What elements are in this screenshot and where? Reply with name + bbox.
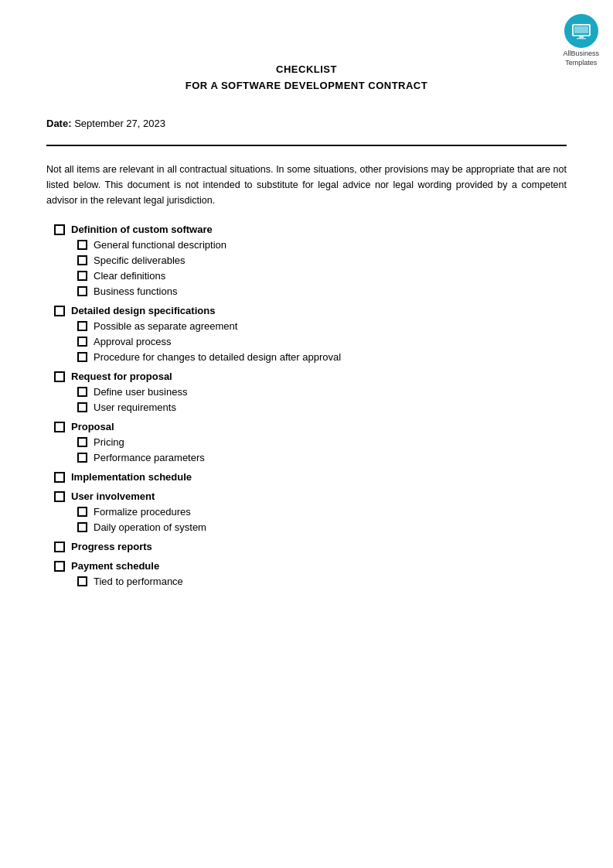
sub-item-2-0: Define user business [77,386,567,398]
document-title: CHECKLIST FOR A SOFTWARE DEVELOPMENT CON… [46,62,567,94]
checkbox-5[interactable] [54,491,65,502]
checkbox-4[interactable] [54,472,65,483]
checkbox-3[interactable] [54,422,65,432]
sub-checkbox-3-0[interactable] [77,437,87,447]
sub-checkbox-1-1[interactable] [77,337,87,347]
section-label-1: Detailed design specifications [71,305,215,316]
checkbox-6[interactable] [54,542,65,552]
sub-checkbox-2-1[interactable] [77,402,87,412]
checklist-section-3: ProposalPricingPerformance parameters [54,421,567,463]
sub-checkbox-0-2[interactable] [77,271,87,281]
sub-label-0-1: Specific deliverables [94,255,186,266]
sub-item-1-0: Possible as separate agreement [77,320,567,332]
checkbox-2[interactable] [54,371,65,382]
sub-label-3-1: Performance parameters [94,452,205,463]
section-row-6: Progress reports [54,541,567,552]
sub-label-5-0: Formalize procedures [94,506,191,518]
sub-checkbox-0-1[interactable] [77,255,87,265]
date-line: Date: September 27, 2023 [46,118,567,129]
checklist-section-1: Detailed design specificationsPossible a… [54,305,567,363]
sub-label-1-2: Procedure for changes to detailed design… [94,351,341,363]
sub-checklist-0: General functional descriptionSpecific d… [77,239,567,297]
sub-item-5-1: Daily operation of system [77,521,567,533]
sub-checkbox-1-2[interactable] [77,352,87,362]
sub-item-1-1: Approval process [77,336,567,347]
sub-item-2-1: User requirements [77,402,567,413]
sub-checklist-3: PricingPerformance parameters [77,436,567,463]
section-row-4: Implementation schedule [54,471,567,483]
section-row-2: Request for proposal [54,371,567,382]
sub-item-0-3: Business functions [77,285,567,297]
checklist-section-2: Request for proposalDefine user business… [54,371,567,413]
section-label-4: Implementation schedule [71,471,192,483]
section-row-5: User involvement [54,490,567,502]
checklist-container: Definition of custom softwareGeneral fun… [46,224,567,587]
sub-checkbox-1-0[interactable] [77,321,87,331]
checklist-section-0: Definition of custom softwareGeneral fun… [54,224,567,297]
sub-item-0-0: General functional description [77,239,567,251]
sub-checklist-5: Formalize proceduresDaily operation of s… [77,506,567,533]
checkbox-7[interactable] [54,561,65,572]
svg-rect-3 [579,36,584,38]
sub-item-5-0: Formalize procedures [77,506,567,518]
section-row-7: Payment schedule [54,560,567,572]
section-label-0: Definition of custom software [71,224,213,235]
svg-rect-5 [574,26,588,33]
section-label-7: Payment schedule [71,560,159,572]
page-content: CHECKLIST FOR A SOFTWARE DEVELOPMENT CON… [0,0,613,640]
sub-label-2-1: User requirements [94,402,176,413]
sub-checklist-2: Define user businessUser requirements [77,386,567,413]
section-label-5: User involvement [71,490,155,502]
section-label-3: Proposal [71,421,114,432]
horizontal-divider [46,145,567,146]
section-row-3: Proposal [54,421,567,432]
section-label-2: Request for proposal [71,371,172,382]
checklist-section-4: Implementation schedule [54,471,567,483]
sub-label-2-0: Define user business [94,386,187,398]
sub-checkbox-5-0[interactable] [77,507,87,517]
checklist-section-5: User involvementFormalize proceduresDail… [54,490,567,533]
sub-label-0-3: Business functions [94,285,177,297]
sub-checkbox-0-3[interactable] [77,286,87,296]
sub-checklist-1: Possible as separate agreementApproval p… [77,320,567,363]
sub-label-7-0: Tied to performance [94,576,183,587]
sub-checkbox-2-0[interactable] [77,387,87,397]
logo-icon [570,20,592,42]
sub-item-1-2: Procedure for changes to detailed design… [77,351,567,363]
sub-item-0-2: Clear definitions [77,270,567,282]
checklist-section-7: Payment scheduleTied to performance [54,560,567,587]
sub-label-0-0: General functional description [94,239,226,251]
sub-item-3-0: Pricing [77,436,567,448]
checkbox-0[interactable] [54,224,65,235]
sub-checkbox-0-0[interactable] [77,240,87,250]
sub-label-1-1: Approval process [94,336,171,347]
sub-checkbox-3-1[interactable] [77,453,87,463]
checkbox-1[interactable] [54,306,65,316]
date-value: September 27, 2023 [74,118,165,129]
sub-checklist-7: Tied to performance [77,576,567,587]
sub-item-7-0: Tied to performance [77,576,567,587]
sub-checkbox-5-1[interactable] [77,522,87,532]
logo-brand-text: AllBusiness Templates [563,50,599,67]
sub-label-5-1: Daily operation of system [94,521,206,533]
sub-item-0-1: Specific deliverables [77,255,567,266]
sub-label-1-0: Possible as separate agreement [94,320,237,332]
date-label: Date: [46,118,72,129]
sub-label-3-0: Pricing [94,436,124,448]
checklist-section-6: Progress reports [54,541,567,552]
sub-item-3-1: Performance parameters [77,452,567,463]
logo-area[interactable]: AllBusiness Templates [563,14,599,67]
section-label-6: Progress reports [71,541,152,552]
intro-paragraph: Not all items are relevant in all contra… [46,162,567,208]
sub-label-0-2: Clear definitions [94,270,165,282]
svg-rect-4 [577,38,586,39]
logo-circle [564,14,598,48]
section-row-1: Detailed design specifications [54,305,567,316]
sub-checkbox-7-0[interactable] [77,576,87,586]
section-row-0: Definition of custom software [54,224,567,235]
